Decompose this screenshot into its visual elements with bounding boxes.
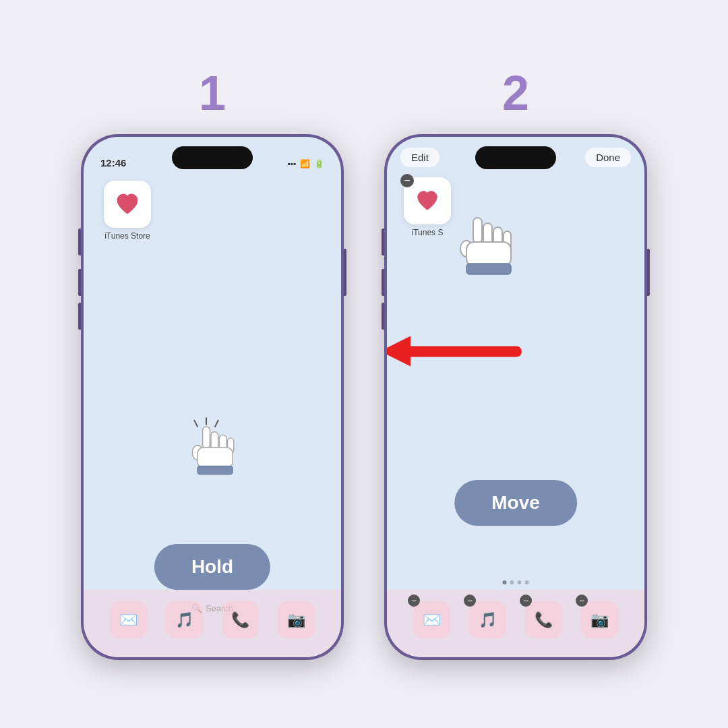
- svg-marker-18: [387, 336, 411, 366]
- dock-phone-2: − 📞: [525, 601, 562, 638]
- hold-label: Hold: [191, 556, 233, 577]
- svg-line-1: [215, 420, 218, 426]
- wifi-icon: 📶: [300, 159, 310, 169]
- hand-with-sparks: [176, 415, 237, 483]
- step-2-number: 2: [502, 69, 529, 117]
- move-arrow: [387, 332, 528, 372]
- edit-button[interactable]: Edit: [400, 148, 439, 167]
- page-dots: [503, 580, 529, 584]
- svg-line-2: [194, 420, 198, 426]
- battery-icon: 🔋: [314, 159, 324, 169]
- iphone-2-screen: Edit Done − iTunes S: [387, 137, 644, 657]
- itunes-wiggle-container: − iTunes S: [404, 177, 451, 237]
- svg-rect-8: [198, 447, 233, 468]
- drag-hand-icon: [448, 211, 512, 288]
- dock-1: ✉️ 🎵 📞 📷: [84, 590, 341, 657]
- heart-icon-wiggle: [415, 188, 440, 214]
- main-container: 1 12:46 ▪▪▪ 📶 🔋: [81, 69, 647, 660]
- svg-rect-3: [203, 426, 210, 448]
- svg-rect-10: [473, 218, 482, 243]
- dock-music-2: − 🎵: [469, 601, 506, 638]
- dock-camera-2: − 📷: [581, 601, 618, 638]
- done-button[interactable]: Done: [585, 148, 631, 167]
- step-1: 1 12:46 ▪▪▪ 📶 🔋: [81, 69, 344, 660]
- dynamic-island-1: [172, 146, 253, 169]
- dock-music: 🎵: [166, 601, 203, 638]
- svg-rect-15: [466, 242, 511, 266]
- dot-1: [503, 580, 507, 584]
- dock-music-minus[interactable]: −: [464, 595, 476, 607]
- hold-hand-icon: [176, 415, 237, 485]
- iphone-2: Edit Done − iTunes S: [384, 134, 647, 660]
- svg-rect-16: [466, 264, 511, 274]
- dock-mail-minus[interactable]: −: [408, 595, 420, 607]
- drag-hand-svg: [448, 211, 512, 285]
- move-label: Move: [491, 492, 540, 513]
- itunes-label: iTunes Store: [104, 231, 150, 241]
- dock-mail: ✉️: [110, 601, 147, 638]
- dot-3: [518, 580, 522, 584]
- iphone-1-screen: 12:46 ▪▪▪ 📶 🔋: [84, 137, 341, 657]
- app-content-1: iTunes Store: [84, 174, 341, 590]
- signal-icon: ▪▪▪: [287, 159, 296, 169]
- itunes-app-icon-wiggle[interactable]: −: [404, 177, 451, 224]
- status-time: 12:46: [100, 157, 126, 169]
- dock-mail-2: − ✉️: [413, 601, 450, 638]
- itunes-label-2: iTunes S: [412, 228, 444, 237]
- itunes-icon-container: iTunes Store: [104, 181, 151, 241]
- dock-phone-minus[interactable]: −: [520, 595, 532, 607]
- dock-2: − ✉️ − 🎵 − 📞 − 📷: [387, 590, 644, 657]
- svg-rect-17: [400, 346, 522, 357]
- status-icons: ▪▪▪ 📶 🔋: [287, 159, 324, 169]
- dock-phone: 📞: [222, 601, 259, 638]
- iphone-1: 12:46 ▪▪▪ 📶 🔋: [81, 134, 344, 660]
- step-2: 2 Edit Done −: [384, 69, 647, 660]
- dynamic-island-2: [475, 146, 556, 169]
- svg-rect-9: [198, 466, 233, 474]
- app-content-2: − iTunes S: [387, 174, 644, 590]
- itunes-app-icon[interactable]: [104, 181, 151, 228]
- dot-2: [510, 580, 514, 584]
- remove-button[interactable]: −: [400, 174, 414, 187]
- dock-camera-minus[interactable]: −: [576, 595, 588, 607]
- move-button: Move: [454, 480, 577, 526]
- heart-svg-icon: [114, 191, 141, 218]
- hold-button: Hold: [154, 544, 270, 590]
- step-1-number: 1: [199, 69, 226, 117]
- arrow-svg: [387, 332, 528, 369]
- dock-camera: 📷: [278, 601, 315, 638]
- dot-4: [525, 580, 529, 584]
